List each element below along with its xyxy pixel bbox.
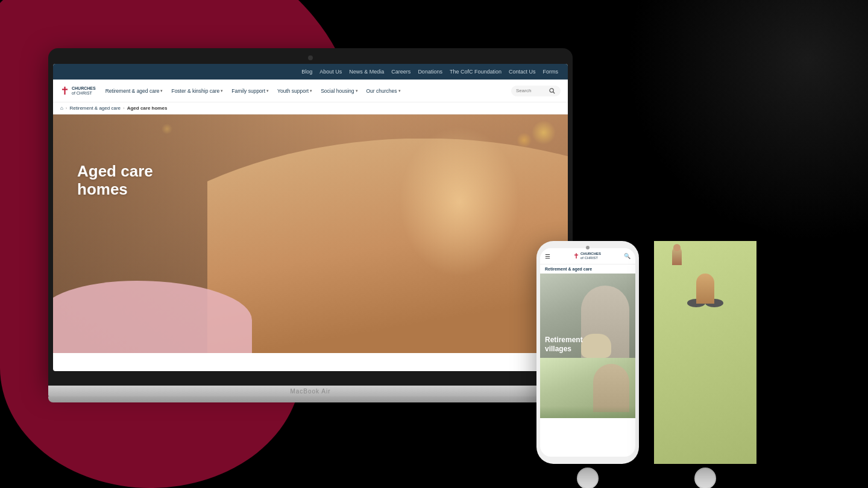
breadcrumb-retirement[interactable]: Retirement & aged care [70, 105, 121, 111]
nav-social-housing[interactable]: Social housing ▾ [317, 86, 361, 96]
bokeh-3 [162, 124, 172, 134]
nav-youth[interactable]: Youth support ▾ [274, 86, 316, 96]
chevron-down-icon: ▾ [160, 89, 163, 93]
p1-ground [540, 406, 635, 418]
phone1-speaker [586, 246, 590, 249]
breadcrumb-sep-2: › [123, 105, 125, 111]
p2-playground-bg [662, 375, 748, 430]
site-topbar: Blog About Us News & Media Careers Donat… [53, 64, 568, 80]
p1-logo-line2: of CHRIST [580, 256, 601, 260]
p1-second-section [540, 358, 635, 418]
hamburger-icon[interactable]: ☰ [545, 253, 550, 260]
p1-logo-cross: ✝ [573, 252, 579, 260]
site-logo: ✝ CHURCHES of CHRIST [60, 84, 96, 98]
phone2-device: Short-term care You'll have a foster chi… [654, 241, 756, 470]
topbar-link-about[interactable]: About Us [319, 69, 342, 75]
laptop-camera [308, 55, 313, 60]
nav-foster[interactable]: Foster & kinship care ▾ [168, 86, 227, 96]
logo-text-block: CHURCHES of CHRIST [72, 86, 96, 95]
logo-line2: of CHRIST [72, 91, 96, 96]
hero-title-line2: homes [77, 180, 128, 198]
breadcrumb-sep-1: › [66, 105, 68, 111]
phone1-device: ☰ ✝ CHURCHES of CHRIST 🔍 Retirement & ag… [536, 241, 639, 470]
phone1-home-button[interactable] [577, 468, 599, 488]
p1-person2 [593, 364, 629, 412]
p1-search-icon[interactable]: 🔍 [624, 253, 631, 259]
main-scene: Blog About Us News & Media Careers Donat… [0, 0, 868, 488]
topbar-link-contact[interactable]: Contact Us [509, 69, 536, 75]
phone2-screen: Short-term care You'll have a foster chi… [658, 248, 753, 457]
nav-retirement[interactable]: Retirement & aged care ▾ [102, 86, 167, 96]
p1-subtitle: Retirement & aged care [540, 264, 635, 274]
laptop-screen-outer: Blog About Us News & Media Careers Donat… [48, 48, 573, 386]
topbar-link-foundation[interactable]: The CofC Foundation [450, 69, 502, 75]
hero-title: Aged care homes [77, 163, 153, 199]
chevron-down-icon: ▾ [398, 89, 401, 93]
chevron-down-icon: ▾ [356, 89, 358, 93]
hero-title-line1: Aged care [77, 162, 153, 180]
site-navbar: ✝ CHURCHES of CHRIST Retirement & aged c… [53, 80, 568, 102]
laptop-model-label: MacBook Air [290, 388, 330, 395]
p2-child-body [696, 274, 714, 304]
laptop-foot [48, 396, 573, 402]
hero-highlight [399, 127, 520, 277]
laptop-base: MacBook Air [48, 386, 573, 396]
p1-hero-title: Retirement villages [545, 336, 583, 353]
p1-dog [581, 334, 611, 358]
search-icon[interactable] [549, 87, 556, 95]
search-input[interactable] [516, 88, 546, 93]
logo-cross-icon: ✝ [60, 84, 69, 98]
topbar-link-forms[interactable]: Forms [543, 69, 559, 75]
hero-text: Aged care homes [77, 163, 153, 199]
nav-churches[interactable]: Our churches ▾ [363, 86, 404, 96]
phone2-outer: Short-term care You'll have a foster chi… [654, 241, 756, 464]
bokeh-1 [532, 120, 556, 145]
phone2-home-button[interactable] [694, 468, 716, 488]
chevron-down-icon: ▾ [266, 89, 269, 93]
p1-logo-area: ✝ CHURCHES of CHRIST [573, 252, 601, 260]
nav-items: Retirement & aged care ▾ Foster & kinshi… [102, 86, 511, 96]
bokeh-2 [517, 133, 532, 148]
laptop-screen: Blog About Us News & Media Careers Donat… [53, 64, 568, 371]
nav-search-box[interactable] [511, 86, 561, 96]
topbar-link-careers[interactable]: Careers [391, 69, 410, 75]
topbar-link-news[interactable]: News & Media [349, 69, 384, 75]
chevron-down-icon: ▾ [221, 89, 223, 93]
topbar-link-blog[interactable]: Blog [301, 69, 312, 75]
p1-logo-line1: CHURCHES [580, 252, 601, 256]
svg-line-1 [553, 92, 555, 93]
breadcrumb-home[interactable]: ⌂ [60, 105, 63, 111]
chevron-down-icon: ▾ [310, 89, 312, 93]
breadcrumb-current: Aged care homes [127, 105, 168, 111]
laptop-camera-bar [53, 53, 568, 64]
p1-hero-section: Retirement villages [540, 274, 635, 358]
p1-logo-text: CHURCHES of CHRIST [580, 252, 601, 260]
p2-second-image [662, 375, 748, 430]
laptop-device: Blog About Us News & Media Careers Donat… [48, 48, 573, 422]
p1-topbar: ☰ ✝ CHURCHES of CHRIST 🔍 [540, 248, 635, 264]
nav-family[interactable]: Family support ▾ [228, 86, 272, 96]
breadcrumb: ⌂ › Retirement & aged care › Aged care h… [53, 102, 568, 114]
phone1-screen: ☰ ✝ CHURCHES of CHRIST 🔍 Retirement & ag… [540, 248, 635, 457]
phone1-outer: ☰ ✝ CHURCHES of CHRIST 🔍 Retirement & ag… [536, 241, 639, 464]
logo-line1: CHURCHES [72, 86, 96, 91]
topbar-link-donations[interactable]: Donations [418, 69, 442, 75]
site-hero: Aged care homes [53, 114, 568, 353]
